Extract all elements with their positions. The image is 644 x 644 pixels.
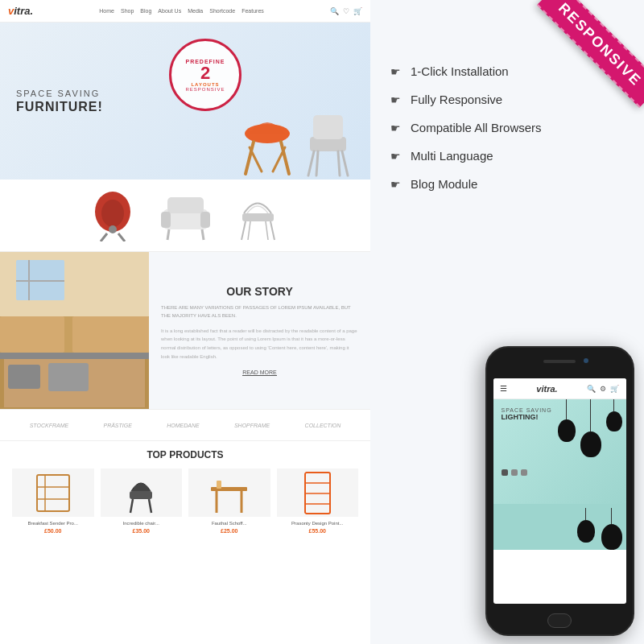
svg-rect-38 xyxy=(8,365,40,389)
lamps-container xyxy=(558,399,622,457)
lamp-shade-1 xyxy=(558,419,576,442)
svg-line-26 xyxy=(266,221,268,240)
gray-chair-icon xyxy=(302,111,354,180)
lamp-wire-2 xyxy=(590,399,591,431)
product-card-2: Incredible chair... £35.00 xyxy=(101,469,183,534)
story-content: OUR STORY THERE ARE MANY VARIATIONS OF P… xyxy=(149,252,370,409)
phone-camera xyxy=(584,358,588,363)
nav-features[interactable]: Features xyxy=(242,8,264,14)
product-name-4: Prasonty Design Point... xyxy=(277,521,359,526)
product-thumb-1 xyxy=(85,188,141,244)
lamp-lower-1 xyxy=(577,508,595,550)
story-section: OUR STORY THERE ARE MANY VARIATIONS OF P… xyxy=(0,252,370,409)
svg-line-23 xyxy=(242,221,246,240)
svg-rect-50 xyxy=(217,481,221,489)
stamp-number: 2 xyxy=(200,64,210,82)
svg-line-4 xyxy=(273,147,285,171)
search-icon[interactable]: 🔍 xyxy=(330,7,339,15)
wire-chair-icon xyxy=(236,189,280,242)
svg-line-25 xyxy=(248,221,250,240)
phone-home-button[interactable] xyxy=(547,613,572,628)
story-body: It is a long established fact that a rea… xyxy=(161,327,358,361)
products-grid: Breakfast Sender Pro... £50.00 Incredibl… xyxy=(12,469,358,534)
feature-text-5: Blog Module xyxy=(411,177,477,191)
nav-about[interactable]: About Us xyxy=(158,8,181,14)
egg-chair-icon xyxy=(91,189,135,242)
lamp-lower-wire-1 xyxy=(585,508,586,520)
stamp: PREDEFINE 2 LAYOUTS RESPONSIVE xyxy=(169,39,242,111)
lamp-3 xyxy=(606,399,622,431)
heart-icon[interactable]: ♡ xyxy=(343,7,349,15)
lamp-lower-shade-1 xyxy=(577,520,595,543)
svg-line-9 xyxy=(316,151,318,175)
svg-rect-36 xyxy=(0,353,149,359)
product-img-3 xyxy=(188,469,270,517)
product-price-3: £25.00 xyxy=(188,528,270,534)
lamp-wire-1 xyxy=(566,399,567,419)
feature-icon-3: ☛ xyxy=(390,122,401,134)
cart-icon[interactable]: 🛒 xyxy=(353,7,362,15)
dot-2 xyxy=(511,469,518,476)
armchair-icon xyxy=(159,189,212,242)
phone-nav: ☰ vitra. 🔍 ⚙ 🛒 xyxy=(493,378,626,399)
lamp-lower-shade-2 xyxy=(601,524,622,550)
rack-icon xyxy=(303,471,332,515)
product-name-3: Fauthal Schoff... xyxy=(188,521,270,526)
lamp-1 xyxy=(558,399,576,442)
phone-outer: ☰ vitra. 🔍 ⚙ 🛒 SPACE SAVING LIGHTING! xyxy=(485,346,634,636)
nav-bar: vitra. Home Shop Blog About Us Media Sho… xyxy=(0,0,370,23)
site-logo: vitra. xyxy=(8,5,33,17)
top-products-title: TOP PRODUCTS xyxy=(12,449,358,460)
product-thumb-2 xyxy=(157,188,213,244)
read-more-link[interactable]: READ MORE xyxy=(242,369,276,376)
brand-5: COLLECTION xyxy=(305,423,341,428)
hero-text: SPACE SAVING FURNITURE! xyxy=(16,89,103,114)
svg-rect-40 xyxy=(37,475,69,511)
svg-rect-31 xyxy=(16,280,64,282)
product-img-1 xyxy=(12,469,94,517)
lamp-lower-2 xyxy=(601,508,622,550)
main-container: vitra. Home Shop Blog About Us Media Sho… xyxy=(0,0,644,644)
nav-home[interactable]: Home xyxy=(99,8,114,14)
svg-rect-6 xyxy=(313,115,343,139)
products-row xyxy=(0,180,370,252)
svg-rect-47 xyxy=(211,487,247,491)
nav-shop[interactable]: Shop xyxy=(121,8,134,14)
nav-links: Home Shop Blog About Us Media Shortcode … xyxy=(99,8,263,14)
dot-1 xyxy=(502,469,508,476)
brand-2: PRÄSTIGE xyxy=(103,423,131,428)
svg-rect-22 xyxy=(242,213,274,221)
brand-4: SHOPFRAME xyxy=(234,423,270,428)
story-title-normal: OUR xyxy=(226,285,251,298)
svg-line-7 xyxy=(308,151,314,175)
nav-blog[interactable]: Blog xyxy=(140,8,151,14)
story-image xyxy=(0,252,149,409)
svg-rect-18 xyxy=(161,212,171,228)
hero-line1: SPACE SAVING xyxy=(16,89,103,98)
orange-chair-icon xyxy=(237,103,298,180)
phone-speaker xyxy=(543,360,576,363)
lamp-wire-3 xyxy=(613,399,614,411)
svg-rect-39 xyxy=(48,363,89,391)
phone-cart-icon: 🛒 xyxy=(610,385,619,393)
phone-nav-icons: 🔍 ⚙ 🛒 xyxy=(587,385,619,393)
shelf-icon xyxy=(33,471,73,515)
nav-shortcode[interactable]: Shortcode xyxy=(209,8,235,14)
feature-text-2: Fully Responsive xyxy=(411,93,502,106)
phone-search-icon: 🔍 xyxy=(587,385,596,393)
phone-hero: SPACE SAVING LIGHTING! xyxy=(493,399,626,504)
svg-line-10 xyxy=(338,151,340,175)
nav-media[interactable]: Media xyxy=(188,8,203,14)
product-img-4 xyxy=(277,469,359,517)
top-bold: PRODUCTS xyxy=(169,449,223,460)
feature-item-5: ☛ Blog Module xyxy=(390,177,624,191)
svg-rect-19 xyxy=(200,212,210,228)
kitchen-image xyxy=(0,252,149,409)
product-card-1: Breakfast Sender Pro... £50.00 xyxy=(12,469,94,534)
phone-lamps-lower xyxy=(493,504,626,550)
dot-3 xyxy=(521,469,527,476)
stamp-sub: RESPONSIVE xyxy=(185,87,225,92)
product-price-4: £55.00 xyxy=(277,528,359,534)
svg-rect-17 xyxy=(167,197,204,213)
svg-line-46 xyxy=(149,499,151,513)
